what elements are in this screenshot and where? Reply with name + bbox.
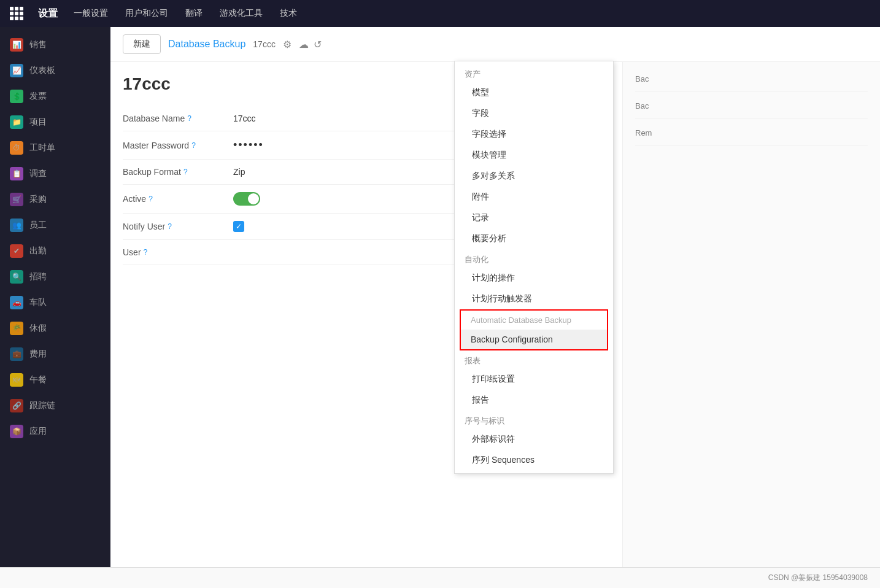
- sidebar-label-attendance: 出勤: [29, 246, 47, 257]
- help-user[interactable]: ?: [144, 248, 148, 257]
- right-label-0: Bac: [635, 74, 868, 83]
- label-notify-user: Notify User ?: [123, 222, 233, 231]
- menu-print-paper[interactable]: 打印纸设置: [455, 369, 613, 390]
- purchase-icon: 🛒: [10, 193, 23, 206]
- sidebar-item-invoice[interactable]: 💲 发票: [0, 83, 110, 109]
- sidebar-label-track: 跟踪链: [29, 400, 55, 411]
- upload-icon[interactable]: ☁: [299, 39, 309, 50]
- sidebar-item-project[interactable]: 📁 项目: [0, 109, 110, 135]
- sidebar-label-timesheets: 工时单: [29, 142, 55, 153]
- leave-icon: 🌴: [10, 322, 23, 335]
- sidebar-item-lunch[interactable]: 🍽 午餐: [0, 367, 110, 393]
- menu-field[interactable]: 字段: [455, 103, 613, 124]
- dashboard-icon: 📈: [10, 64, 23, 77]
- menu-backup-config[interactable]: Backup Configuration: [461, 330, 607, 349]
- help-active[interactable]: ?: [149, 195, 153, 203]
- attendance-icon: ✔: [10, 244, 23, 258]
- expense-icon: 💼: [10, 347, 23, 361]
- checkbox-notify-user[interactable]: ✓: [233, 221, 244, 232]
- sidebar-item-recruit[interactable]: 🔍 招聘: [0, 264, 110, 290]
- menu-field-select[interactable]: 字段选择: [455, 124, 613, 145]
- breadcrumb-sub: 17ccc: [253, 39, 276, 49]
- app-icon: 📦: [10, 425, 23, 438]
- sidebar-item-dashboard[interactable]: 📈 仪表板: [0, 58, 110, 83]
- help-database-name[interactable]: ?: [187, 114, 191, 123]
- gear-icon[interactable]: ⚙: [283, 39, 291, 50]
- new-button[interactable]: 新建: [123, 34, 161, 54]
- survey-icon: 📋: [10, 167, 23, 180]
- sidebar-item-attendance[interactable]: ✔ 出勤: [0, 238, 110, 264]
- label-backup-format: Backup Format ?: [123, 167, 233, 177]
- sidebar-label-purchase: 采购: [29, 194, 47, 205]
- sidebar-label-dashboard: 仪表板: [29, 65, 55, 76]
- sidebar-item-app[interactable]: 📦 应用: [0, 419, 110, 444]
- header-icons: ☁ ↺: [299, 39, 322, 50]
- help-master-password[interactable]: ?: [191, 141, 196, 150]
- footer-text: CSDN @姜振建 15954039008: [768, 573, 868, 582]
- sidebar-label-invoice: 发票: [29, 91, 47, 102]
- section-reports: 报表: [455, 350, 613, 369]
- sidebar-label-leave: 休假: [29, 323, 47, 334]
- nav-item-users[interactable]: 用户和公司: [124, 6, 169, 21]
- nav-item-translate[interactable]: 翻译: [184, 6, 204, 21]
- sidebar-item-expense[interactable]: 💼 费用: [0, 341, 110, 367]
- nav-item-gamification[interactable]: 游戏化工具: [218, 6, 264, 21]
- form-header: 新建 Database Backup 17ccc ⚙ ☁ ↺: [110, 27, 880, 62]
- grid-icon[interactable]: [10, 7, 23, 20]
- help-notify-user[interactable]: ?: [168, 222, 172, 231]
- label-user: User ?: [123, 247, 233, 257]
- sidebar-item-track[interactable]: 🔗 跟踪链: [0, 393, 110, 419]
- right-label-1: Bac: [635, 101, 868, 110]
- right-field-1: Bac: [635, 101, 868, 118]
- footer: CSDN @姜振建 15954039008: [0, 567, 880, 588]
- toggle-active[interactable]: [233, 192, 260, 206]
- sidebar-label-expense: 费用: [29, 349, 47, 360]
- menu-model[interactable]: 模型: [455, 82, 613, 103]
- section-assets: 资产: [455, 64, 613, 82]
- sidebar-item-timesheets[interactable]: ⏱ 工时单: [0, 135, 110, 161]
- nav-item-general[interactable]: 一般设置: [72, 6, 109, 21]
- menu-sequence[interactable]: 序列 Sequences: [455, 450, 613, 471]
- sidebar-item-leave[interactable]: 🌴 休假: [0, 315, 110, 341]
- sidebar-item-survey[interactable]: 📋 调查: [0, 161, 110, 187]
- project-icon: 📁: [10, 115, 23, 129]
- menu-attachment[interactable]: 附件: [455, 187, 613, 207]
- menu-external-id[interactable]: 外部标识符: [455, 429, 613, 450]
- auto-backup-group: Automatic Database Backup Backup Configu…: [460, 309, 608, 350]
- sidebar: 📊 销售 📈 仪表板 💲 发票 📁 项目 ⏱ 工时单 📋 调查 🛒 采购 👥: [0, 27, 110, 567]
- sidebar-item-employee[interactable]: 👥 员工: [0, 212, 110, 238]
- sidebar-label-sales: 销售: [29, 39, 47, 50]
- section-sequence: 序号与标识: [455, 411, 613, 429]
- help-backup-format[interactable]: ?: [183, 168, 188, 176]
- sidebar-item-sales[interactable]: 📊 销售: [0, 32, 110, 58]
- menu-scheduled-actions[interactable]: 计划的操作: [455, 268, 613, 288]
- fleet-icon: 🚗: [10, 296, 23, 309]
- recruit-icon: 🔍: [10, 270, 23, 284]
- menu-m2m[interactable]: 多对多关系: [455, 166, 613, 187]
- right-label-2: Rem: [635, 128, 868, 137]
- menu-module-mgmt[interactable]: 模块管理: [455, 145, 613, 166]
- timesheets-icon: ⏱: [10, 141, 23, 155]
- sidebar-label-lunch: 午餐: [29, 374, 47, 385]
- sidebar-item-purchase[interactable]: 🛒 采购: [0, 187, 110, 212]
- value-database-name: 17ccc: [233, 114, 256, 123]
- menu-record[interactable]: 记录: [455, 207, 613, 228]
- refresh-icon[interactable]: ↺: [314, 39, 322, 50]
- menu-summary[interactable]: 概要分析: [455, 228, 613, 249]
- right-field-2: Rem: [635, 128, 868, 145]
- value-backup-format: Zip: [233, 167, 245, 177]
- menu-scheduled-trigger[interactable]: 计划行动触发器: [455, 288, 613, 309]
- sidebar-label-app: 应用: [29, 426, 47, 437]
- main-layout: 📊 销售 📈 仪表板 💲 发票 📁 项目 ⏱ 工时单 📋 调查 🛒 采购 👥: [0, 27, 880, 567]
- sidebar-item-fleet[interactable]: 🚗 车队: [0, 290, 110, 315]
- sidebar-label-survey: 调查: [29, 168, 47, 179]
- employee-icon: 👥: [10, 219, 23, 232]
- nav-item-tech[interactable]: 技术: [279, 6, 298, 21]
- menu-report[interactable]: 报告: [455, 390, 613, 411]
- sales-icon: 📊: [10, 38, 23, 52]
- right-field-0: Bac: [635, 74, 868, 91]
- sidebar-label-fleet: 车队: [29, 297, 47, 308]
- label-database-name: Database Name ?: [123, 114, 233, 123]
- label-active: Active ?: [123, 194, 233, 204]
- menu-auto-db-backup: Automatic Database Backup: [461, 311, 607, 330]
